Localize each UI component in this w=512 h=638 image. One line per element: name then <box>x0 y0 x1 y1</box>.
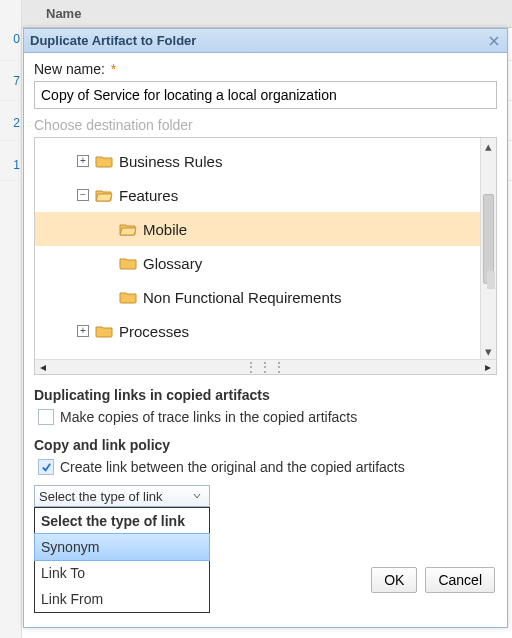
vertical-scrollbar[interactable]: ▴ ▾ <box>480 138 496 359</box>
destination-hint: Choose destination folder <box>34 117 497 133</box>
tree-item[interactable]: Glossary <box>35 246 480 280</box>
column-header-name: Name <box>46 6 81 21</box>
create-link-row[interactable]: Create link between the original and the… <box>38 459 497 475</box>
link-type-option[interactable]: Synonym <box>34 533 210 561</box>
tree-item[interactable]: +Business Rules <box>35 144 480 178</box>
row-number-gutter <box>0 0 22 638</box>
tree-item-label: Mobile <box>143 221 187 238</box>
link-type-option[interactable]: Link From <box>35 586 209 612</box>
row-id[interactable]: 1 <box>0 158 22 172</box>
dialog-body: New name: * Choose destination folder +B… <box>24 53 507 517</box>
collapse-icon[interactable]: − <box>77 189 89 201</box>
copy-trace-links-checkbox[interactable] <box>38 409 54 425</box>
scroll-mark <box>487 271 495 289</box>
tree-item-label: Business Rules <box>119 153 222 170</box>
scroll-grip-icon[interactable]: ⋮⋮⋮ <box>51 360 480 374</box>
tree-item[interactable]: +Processes <box>35 314 480 348</box>
link-type-dropdown[interactable]: Select the type of linkSynonymLink ToLin… <box>34 507 210 613</box>
tree-item[interactable]: Project Meetings <box>35 348 480 359</box>
expand-icon[interactable]: + <box>77 325 89 337</box>
link-type-option[interactable]: Select the type of link <box>35 508 209 534</box>
tree-item[interactable]: −Features <box>35 178 480 212</box>
tree-item[interactable]: Non Functional Requirements <box>35 280 480 314</box>
tree-item-label: Glossary <box>143 255 202 272</box>
create-link-checkbox[interactable] <box>38 459 54 475</box>
dialog-title: Duplicate Artifact to Folder <box>30 33 196 48</box>
scroll-left-icon[interactable]: ◂ <box>35 360 51 374</box>
close-icon[interactable] <box>487 34 501 48</box>
row-id[interactable]: 0 <box>0 32 22 46</box>
copy-trace-links-row[interactable]: Make copies of trace links in the copied… <box>38 409 497 425</box>
copy-trace-links-label: Make copies of trace links in the copied… <box>60 409 357 425</box>
link-type-option[interactable]: Link To <box>35 560 209 586</box>
folder-icon <box>95 154 113 168</box>
tree-item-label: Processes <box>119 323 189 340</box>
tree-item-label: Non Functional Requirements <box>143 289 341 306</box>
link-type-combobox[interactable]: Select the type of link Select the type … <box>34 485 210 507</box>
scroll-right-icon[interactable]: ▸ <box>480 360 496 374</box>
folder-open-icon <box>119 222 137 236</box>
new-name-label: New name: * <box>34 61 116 77</box>
duplicate-artifact-dialog: Duplicate Artifact to Folder New name: *… <box>23 28 508 628</box>
table-header: Name <box>0 0 512 28</box>
duplicating-links-header: Duplicating links in copied artifacts <box>34 387 497 403</box>
row-id[interactable]: 7 <box>0 74 22 88</box>
folder-icon <box>119 256 137 270</box>
scroll-up-icon[interactable]: ▴ <box>481 138 496 154</box>
folder-tree-viewport[interactable]: +Business Rules−FeaturesMobileGlossaryNo… <box>35 138 480 359</box>
ok-button[interactable]: OK <box>371 567 417 593</box>
copy-link-policy-header: Copy and link policy <box>34 437 497 453</box>
dialog-titlebar[interactable]: Duplicate Artifact to Folder <box>24 29 507 53</box>
required-marker: * <box>111 61 116 77</box>
folder-icon <box>119 290 137 304</box>
link-type-button[interactable]: Select the type of link <box>34 485 210 507</box>
row-id[interactable]: 2 <box>0 116 22 130</box>
link-type-selected: Select the type of link <box>39 489 163 504</box>
folder-open-icon <box>95 188 113 202</box>
scroll-down-icon[interactable]: ▾ <box>481 343 496 359</box>
cancel-button[interactable]: Cancel <box>425 567 495 593</box>
horizontal-scrollbar[interactable]: ◂ ⋮⋮⋮ ▸ <box>35 359 496 374</box>
dialog-buttons: OK Cancel <box>371 567 495 593</box>
expand-icon[interactable]: + <box>77 155 89 167</box>
tree-item[interactable]: Mobile <box>35 212 480 246</box>
folder-icon <box>95 324 113 338</box>
folder-tree: +Business Rules−FeaturesMobileGlossaryNo… <box>34 137 497 375</box>
create-link-label: Create link between the original and the… <box>60 459 405 475</box>
tree-item-label: Features <box>119 187 178 204</box>
new-name-input[interactable] <box>34 81 497 109</box>
chevron-down-icon <box>189 488 205 504</box>
